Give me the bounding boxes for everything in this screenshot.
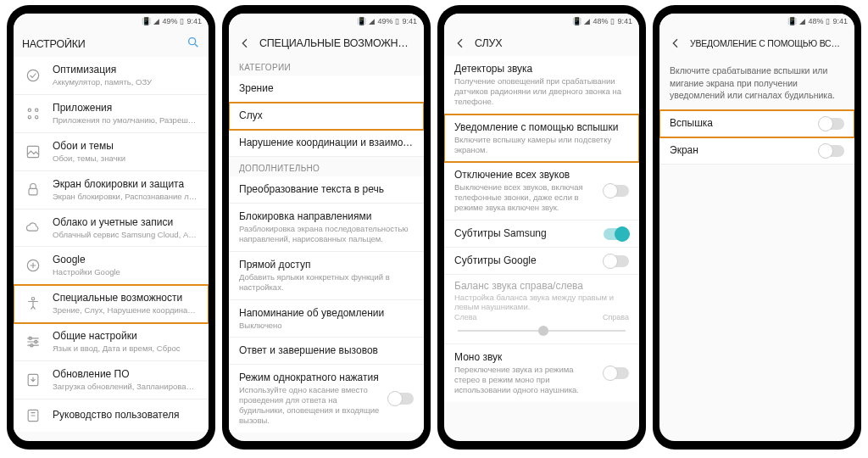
row-direct-access[interactable]: Прямой доступДобавить ярлыки конкретных … xyxy=(229,252,424,300)
svg-point-3 xyxy=(28,109,31,111)
section-extra: ДОПОЛНИТЕЛЬНО xyxy=(229,157,424,176)
svg-rect-8 xyxy=(29,188,37,195)
battery-icon: ▯ xyxy=(180,17,184,25)
row-dexterity[interactable]: Нарушение координации и взаимод… xyxy=(229,130,424,157)
toggle-samsung-subtitles[interactable] xyxy=(604,228,629,240)
vibrate-icon: 📳 xyxy=(357,17,366,25)
screen: 📳 ◢ 49% ▯ 9:41 НАСТРОЙКИ ОптимизацияАкку… xyxy=(14,14,209,441)
lock-icon xyxy=(24,181,42,199)
battery-icon: ▯ xyxy=(395,17,399,25)
toggle-single-tap[interactable] xyxy=(388,393,414,405)
row-hearing[interactable]: Слух xyxy=(229,103,424,130)
book-icon xyxy=(24,406,42,425)
row-manual[interactable]: Руководство пользователя xyxy=(14,399,209,432)
back-button[interactable] xyxy=(237,36,253,51)
row-flash-notification[interactable]: Уведомление с помощью вспышкиВключите вс… xyxy=(444,114,639,163)
screen: 📳 ◢ 48% ▯ 9:41 СЛУХ Детекторы звукаПолуч… xyxy=(444,14,639,441)
toggle-mono[interactable] xyxy=(604,367,629,379)
statusbar: 📳 ◢ 49% ▯ 9:41 xyxy=(229,14,424,29)
row-notification-reminder[interactable]: Напоминание об уведомленииВыключено xyxy=(229,300,424,338)
flash-list: Включите срабатывание вспышки или мигани… xyxy=(659,56,854,441)
phone-frame: 📳 ◢ 49% ▯ 9:41 НАСТРОЙКИ ОптимизацияАкку… xyxy=(7,5,215,450)
row-tts[interactable]: Преобразование текста в речь xyxy=(229,176,424,204)
balance-right-label: Справа xyxy=(603,313,629,321)
balance-slider[interactable] xyxy=(458,330,626,332)
balance-left-label: Слева xyxy=(454,313,476,321)
row-optimization[interactable]: ОптимизацияАккумулятор, память, ОЗУ xyxy=(14,57,209,95)
header: УВЕДОМЛЕНИЕ С ПОМОЩЬЮ ВСПЫШКИ xyxy=(659,29,854,56)
svg-point-4 xyxy=(36,109,38,111)
header: НАСТРОЙКИ xyxy=(14,29,209,57)
battery-pct: 49% xyxy=(162,17,177,25)
toggle-mute-all[interactable] xyxy=(604,185,629,197)
statusbar: 📳 ◢ 48% ▯ 9:41 xyxy=(659,14,854,29)
row-general[interactable]: Общие настройкиЯзык и ввод, Дата и время… xyxy=(14,323,209,361)
row-lockscreen[interactable]: Экран блокировки и защитаЭкран блокировк… xyxy=(14,171,209,209)
page-title: УВЕДОМЛЕНИЕ С ПОМОЩЬЮ ВСПЫШКИ xyxy=(690,38,846,48)
google-icon xyxy=(24,256,42,275)
settings-list: ОптимизацияАккумулятор, память, ОЗУ Прил… xyxy=(14,57,209,441)
battery-icon: ▯ xyxy=(826,17,830,25)
back-button[interactable] xyxy=(668,36,683,51)
clock: 9:41 xyxy=(617,17,632,25)
signal-icon: ◢ xyxy=(369,17,375,25)
optimization-icon xyxy=(24,66,42,85)
row-cloud[interactable]: Облако и учетные записиОблачный сервис S… xyxy=(14,209,209,248)
battery-pct: 48% xyxy=(808,17,823,25)
toggle-google-subtitles[interactable] xyxy=(604,255,629,267)
row-google-subtitles[interactable]: Субтитры Google xyxy=(444,248,639,275)
sliders-icon xyxy=(24,332,42,351)
battery-icon: ▯ xyxy=(610,17,615,25)
back-button[interactable] xyxy=(453,36,468,51)
hearing-list: Детекторы звукаПолучение оповещений при … xyxy=(444,56,639,441)
screen: 📳 ◢ 49% ▯ 9:41 СПЕЦИАЛЬНЫЕ ВОЗМОЖНОСТИ К… xyxy=(229,14,424,441)
svg-point-5 xyxy=(28,115,31,118)
vibrate-icon: 📳 xyxy=(787,17,797,25)
phone-frame: 📳 ◢ 48% ▯ 9:41 СЛУХ Детекторы звукаПолуч… xyxy=(437,5,646,450)
row-mute-all[interactable]: Отключение всех звуковВыключение всех зв… xyxy=(444,162,639,221)
svg-point-2 xyxy=(27,70,38,81)
battery-pct: 48% xyxy=(593,17,608,25)
row-vision[interactable]: Зрение xyxy=(229,75,424,103)
row-single-tap[interactable]: Режим однократного нажатияИспользуйте од… xyxy=(229,365,424,433)
row-google[interactable]: GoogleНастройки Google xyxy=(14,247,209,285)
vibrate-icon: 📳 xyxy=(572,17,581,25)
row-screen[interactable]: Экран xyxy=(659,137,854,165)
slider-thumb[interactable] xyxy=(538,326,548,336)
svg-point-0 xyxy=(189,38,196,45)
accessibility-list: КАТЕГОРИИ Зрение Слух Нарушение координа… xyxy=(229,56,424,441)
signal-icon: ◢ xyxy=(799,17,805,25)
phone-frame: 📳 ◢ 49% ▯ 9:41 СПЕЦИАЛЬНЫЕ ВОЗМОЖНОСТИ К… xyxy=(222,5,431,450)
accessibility-icon xyxy=(24,294,42,313)
screen: 📳 ◢ 48% ▯ 9:41 УВЕДОМЛЕНИЕ С ПОМОЩЬЮ ВСП… xyxy=(659,14,854,441)
header: СЛУХ xyxy=(444,29,639,56)
statusbar: 📳 ◢ 48% ▯ 9:41 xyxy=(444,14,639,29)
row-wallpaper[interactable]: Обои и темыОбои, темы, значки xyxy=(14,133,209,171)
header: СПЕЦИАЛЬНЫЕ ВОЗМОЖНОСТИ xyxy=(229,29,424,56)
statusbar: 📳 ◢ 49% ▯ 9:41 xyxy=(14,14,209,29)
row-samsung-subtitles[interactable]: Субтитры Samsung xyxy=(444,221,639,248)
toggle-flash[interactable] xyxy=(819,118,844,130)
row-accessibility[interactable]: Специальные возможностиЗрение, Слух, Нар… xyxy=(14,285,209,323)
vibrate-icon: 📳 xyxy=(142,17,151,25)
row-direction-lock[interactable]: Блокировка направлениямиРазблокировка эк… xyxy=(229,204,424,252)
row-call-answer[interactable]: Ответ и завершение вызовов xyxy=(229,338,424,365)
svg-line-1 xyxy=(195,44,198,47)
signal-icon: ◢ xyxy=(584,17,590,25)
update-icon xyxy=(24,371,42,389)
row-sound-balance: Баланс звука справа/слева Настройка бала… xyxy=(444,275,639,344)
apps-icon xyxy=(24,104,42,123)
cloud-icon xyxy=(24,218,42,237)
row-mono[interactable]: Моно звукПереключение звука из режима ст… xyxy=(444,344,639,402)
clock: 9:41 xyxy=(832,17,848,25)
clock: 9:41 xyxy=(186,17,202,25)
row-update[interactable]: Обновление ПОЗагрузка обновлений, Заплан… xyxy=(14,361,209,399)
svg-point-6 xyxy=(36,115,38,118)
row-sound-detectors[interactable]: Детекторы звукаПолучение оповещений при … xyxy=(444,56,639,114)
search-icon[interactable] xyxy=(186,36,200,52)
toggle-screen[interactable] xyxy=(819,145,844,157)
row-apps[interactable]: ПриложенияПриложения по умолчанию, Разре… xyxy=(14,95,209,133)
wallpaper-icon xyxy=(24,142,42,161)
battery-pct: 49% xyxy=(377,17,392,25)
row-flash[interactable]: Вспышка xyxy=(659,110,854,137)
